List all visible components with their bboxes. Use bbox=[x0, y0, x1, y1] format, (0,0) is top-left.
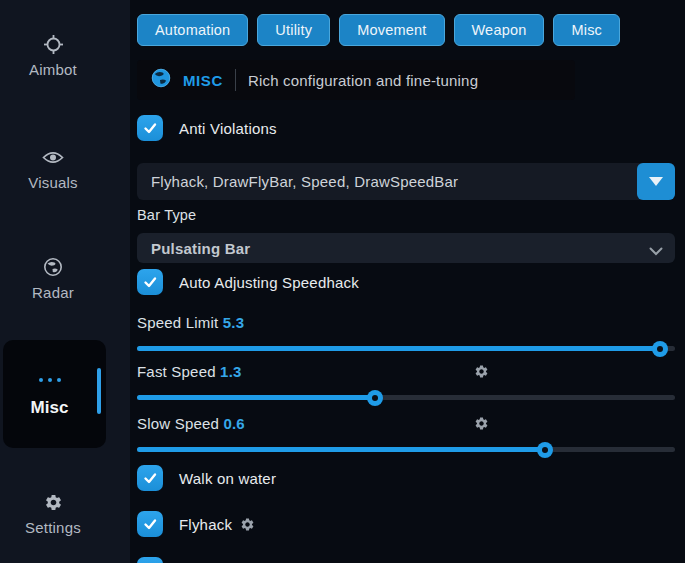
sidebar-item-label: Misc bbox=[3, 398, 96, 418]
slider-thumb[interactable] bbox=[537, 442, 553, 458]
sidebar-item-settings[interactable]: Settings bbox=[0, 492, 106, 536]
triangle-down-icon bbox=[649, 177, 663, 186]
slider-fill bbox=[137, 447, 545, 452]
section-header: MISC Rich configuration and fine-tuning bbox=[137, 60, 575, 100]
sidebar-item-label: Settings bbox=[25, 519, 81, 536]
divider bbox=[235, 69, 236, 91]
app-window: Aimbot Visuals Radar Mi bbox=[0, 0, 685, 563]
tab-bar: Automation Utility Movement Weapon Misc bbox=[137, 14, 675, 46]
eye-icon bbox=[42, 147, 64, 167]
bar-multiselect[interactable]: Flyhack, DrawFlyBar, Speed, DrawSpeedBar bbox=[137, 163, 675, 200]
slider-label: Slow Speed 0.6 bbox=[137, 415, 675, 433]
slider-value: 0.6 bbox=[223, 415, 244, 432]
multiselect-dropdown-button[interactable] bbox=[637, 163, 675, 200]
tab-utility[interactable]: Utility bbox=[257, 14, 330, 46]
slider-label: Fast Speed 1.3 bbox=[137, 363, 675, 381]
sidebar-item-radar[interactable]: Radar bbox=[0, 257, 106, 301]
slider-slow-speed: Slow Speed 0.6 bbox=[137, 415, 675, 458]
ellipsis-icon bbox=[3, 378, 96, 382]
checkbox-icon[interactable] bbox=[137, 269, 163, 295]
selected-indicator bbox=[97, 368, 101, 414]
sidebar-item-label: Visuals bbox=[28, 174, 77, 191]
slider-fill bbox=[137, 395, 375, 400]
slider-value: 5.3 bbox=[223, 314, 244, 331]
checkbox-icon[interactable] bbox=[137, 511, 163, 537]
checkbox-walk-on-water[interactable]: Walk on water bbox=[137, 465, 675, 491]
checkbox-icon[interactable] bbox=[137, 465, 163, 491]
slider-track-area[interactable] bbox=[137, 390, 675, 406]
tab-automation[interactable]: Automation bbox=[137, 14, 248, 46]
bar-type-select[interactable]: Pulsating Bar bbox=[137, 233, 675, 263]
sidebar-item-aimbot[interactable]: Aimbot bbox=[0, 34, 106, 78]
section-subtitle: Rich configuration and fine-tuning bbox=[248, 72, 478, 89]
gear-icon[interactable] bbox=[240, 517, 255, 532]
checkbox-label: Anti Violations bbox=[179, 120, 277, 137]
globe-icon bbox=[43, 257, 63, 277]
slider-fast-speed: Fast Speed 1.3 bbox=[137, 363, 675, 406]
slider-thumb[interactable] bbox=[367, 390, 383, 406]
multiselect-value: Flyhack, DrawFlyBar, Speed, DrawSpeedBar bbox=[151, 173, 458, 190]
gear-icon[interactable] bbox=[474, 416, 489, 431]
select-value: Pulsating Bar bbox=[151, 240, 250, 257]
slider-fill bbox=[137, 346, 660, 351]
checkbox-flyhack[interactable]: Flyhack bbox=[137, 511, 675, 537]
tab-misc[interactable]: Misc bbox=[553, 14, 620, 46]
section-title: MISC bbox=[183, 72, 223, 89]
checkbox-icon[interactable] bbox=[137, 557, 163, 563]
sidebar-item-label: Radar bbox=[32, 284, 74, 301]
globe-icon bbox=[151, 68, 171, 92]
chevron-down-icon bbox=[649, 242, 663, 260]
crosshair-icon bbox=[43, 34, 64, 54]
slider-label: Speed Limit 5.3 bbox=[137, 314, 675, 332]
sidebar-item-misc[interactable]: Misc bbox=[3, 340, 106, 448]
sidebar-item-label: Aimbot bbox=[29, 61, 77, 78]
slider-thumb[interactable] bbox=[652, 341, 668, 357]
checkbox-label: Walk on water bbox=[179, 470, 276, 487]
tab-movement[interactable]: Movement bbox=[339, 14, 444, 46]
checkbox-icon[interactable] bbox=[137, 115, 163, 141]
slider-value: 1.3 bbox=[220, 363, 241, 380]
checkbox-label: Flyhack bbox=[179, 516, 255, 533]
slider-speed-limit: Speed Limit 5.3 bbox=[137, 314, 675, 357]
main-panel: Automation Utility Movement Weapon Misc … bbox=[137, 0, 675, 563]
sidebar: Aimbot Visuals Radar Mi bbox=[0, 0, 130, 563]
gear-icon bbox=[44, 492, 63, 512]
checkbox-label: Auto Adjusting Speedhack bbox=[179, 274, 359, 291]
gear-icon[interactable] bbox=[474, 364, 489, 379]
slider-track-area[interactable] bbox=[137, 341, 675, 357]
bar-type-label: Bar Type bbox=[137, 207, 675, 224]
checkbox-disable-collisions[interactable]: Disable Collisions bbox=[137, 557, 675, 563]
sidebar-item-visuals[interactable]: Visuals bbox=[0, 147, 106, 191]
tab-weapon[interactable]: Weapon bbox=[454, 14, 545, 46]
checkbox-anti-violations[interactable]: Anti Violations bbox=[137, 115, 675, 141]
slider-track-area[interactable] bbox=[137, 442, 675, 458]
checkbox-auto-adjusting-speedhack[interactable]: Auto Adjusting Speedhack bbox=[137, 269, 675, 295]
